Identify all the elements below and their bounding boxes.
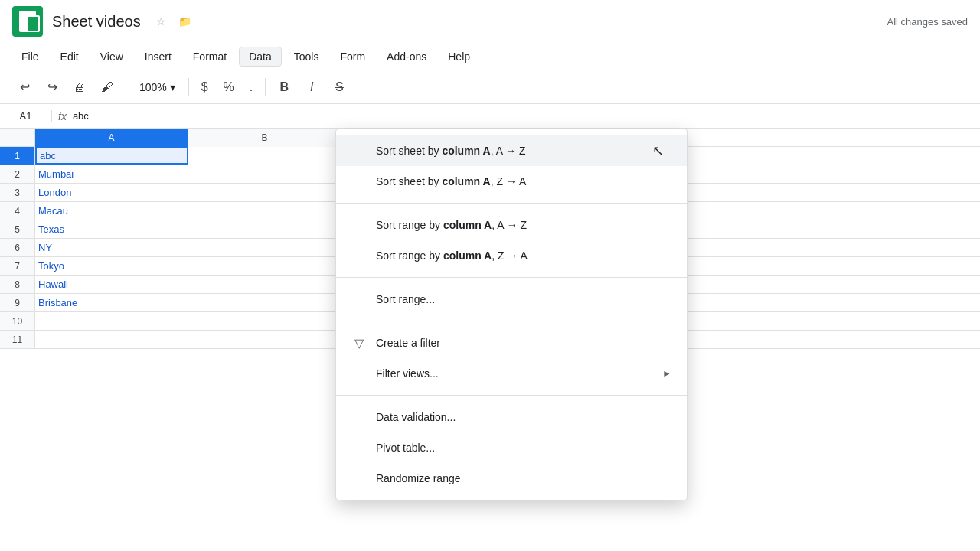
doc-title: Sheet videos (52, 13, 141, 31)
undo-button[interactable]: ↩ (12, 75, 37, 99)
cell-b-6[interactable] (188, 239, 341, 256)
cell-a-9[interactable]: Brisbane (35, 294, 188, 311)
cell-a-1[interactable]: abc (35, 147, 188, 165)
row-number: 11 (0, 331, 35, 348)
formula-value[interactable]: abc (73, 110, 89, 122)
menu-item-sort-range-za[interactable]: Sort range by column A, Z → A (336, 240, 687, 271)
menu-item-label: Sort range by column A, A → Z (376, 219, 671, 231)
toolbar: ↩ ↪ 🖨 🖌 100% ▾ $ % . B I S (0, 70, 980, 104)
menu-item-sort-range-custom[interactable]: Sort range... (336, 284, 687, 315)
decimal-button[interactable]: . (243, 79, 259, 96)
menu-addons[interactable]: Add-ons (377, 47, 436, 66)
menu-format[interactable]: Format (184, 47, 236, 66)
cell-a-10[interactable] (35, 312, 188, 330)
strikethrough-button[interactable]: S (327, 75, 351, 99)
menu-item-label: Filter views... (376, 367, 653, 380)
col-header-a[interactable]: A (35, 129, 188, 147)
row-number: 5 (0, 220, 35, 238)
submenu-arrow-icon: ► (662, 368, 671, 379)
row-number: 3 (0, 184, 35, 201)
cell-a-6[interactable]: NY (35, 239, 188, 256)
menu-item-label: Sort range... (376, 293, 671, 305)
menu-item-create-filter[interactable]: ▽Create a filter (336, 328, 687, 358)
print-button[interactable]: 🖨 (67, 75, 92, 99)
row-number: 8 (0, 276, 35, 293)
cell-b-9[interactable] (188, 294, 341, 311)
cell-b-8[interactable] (188, 276, 341, 293)
menu-item-pivot-table[interactable]: Pivot table... (336, 432, 687, 463)
menu-file[interactable]: File (12, 47, 48, 66)
paint-format-button[interactable]: 🖌 (95, 75, 119, 99)
mouse-cursor-icon: ↖ (652, 142, 664, 159)
star-icon[interactable]: ☆ (156, 15, 166, 28)
cell-b-7[interactable] (188, 257, 341, 275)
title-bar: Sheet videos ☆ 📁 All changes saved (0, 0, 980, 43)
row-num-header (0, 129, 35, 146)
row-number: 4 (0, 202, 35, 220)
cell-b-2[interactable] (188, 165, 341, 183)
cell-b-5[interactable] (188, 220, 341, 238)
menu-item-randomize-range[interactable]: Randomize range (336, 463, 687, 494)
zoom-selector[interactable]: 100% ▾ (132, 79, 182, 96)
menu-divider (336, 277, 687, 278)
menu-insert[interactable]: Insert (136, 47, 181, 66)
folder-icon[interactable]: 📁 (178, 15, 191, 28)
toolbar-separator-3 (265, 78, 266, 96)
menu-view[interactable]: View (91, 47, 132, 66)
filter-icon: ▽ (351, 336, 367, 350)
row-number: 9 (0, 294, 35, 311)
menu-bar: File Edit View Insert Format Data Tools … (0, 43, 980, 70)
cell-reference[interactable]: A1 (6, 110, 52, 122)
row-number: 6 (0, 239, 35, 256)
toolbar-separator-1 (126, 78, 126, 96)
currency-button[interactable]: $ (195, 79, 214, 96)
cell-b-3[interactable] (188, 184, 341, 201)
cell-a-2[interactable]: Mumbai (35, 165, 188, 183)
spreadsheet-area: A B C D E F 1abc2Mumbai3London4Macau5Tex… (0, 129, 980, 551)
menu-item-label: Data validation... (376, 411, 671, 423)
cell-b-4[interactable] (188, 202, 341, 220)
italic-button[interactable]: I (299, 75, 324, 99)
menu-item-filter-views[interactable]: Filter views...► (336, 358, 687, 389)
menu-data[interactable]: Data (239, 47, 282, 67)
menu-divider (336, 203, 687, 204)
cell-b-10[interactable] (188, 312, 341, 330)
data-dropdown-menu: Sort sheet by column A, A → Z↖Sort sheet… (335, 129, 688, 500)
bold-button[interactable]: B (272, 75, 296, 99)
percent-button[interactable]: % (217, 79, 240, 96)
menu-item-sort-range-az[interactable]: Sort range by column A, A → Z (336, 210, 687, 240)
menu-item-sort-sheet-za[interactable]: Sort sheet by column A, Z → A (336, 166, 687, 197)
cell-a-3[interactable]: London (35, 184, 188, 201)
toolbar-separator-2 (188, 78, 189, 96)
menu-item-label: Create a filter (376, 337, 671, 349)
menu-item-label: Sort range by column A, Z → A (376, 249, 671, 262)
menu-item-label: Pivot table... (376, 442, 671, 454)
fx-label: fx (58, 110, 67, 122)
menu-item-data-validation[interactable]: Data validation... (336, 402, 687, 432)
menu-item-label: Sort sheet by column A, A → Z (376, 145, 671, 157)
app-logo (12, 6, 43, 37)
menu-item-label: Sort sheet by column A, Z → A (376, 175, 671, 187)
menu-form[interactable]: Form (331, 47, 374, 66)
cell-b-11[interactable] (188, 331, 341, 348)
menu-item-sort-sheet-az[interactable]: Sort sheet by column A, A → Z↖ (336, 135, 687, 166)
cell-a-4[interactable]: Macau (35, 202, 188, 220)
menu-divider (336, 395, 687, 396)
col-header-b[interactable]: B (188, 129, 341, 147)
row-number: 2 (0, 165, 35, 183)
row-number: 7 (0, 257, 35, 275)
row-number: 10 (0, 312, 35, 330)
formula-bar: A1 fx abc (0, 104, 980, 129)
menu-help[interactable]: Help (439, 47, 479, 66)
cell-a-7[interactable]: Tokyo (35, 257, 188, 275)
row-number: 1 (0, 147, 35, 165)
menu-item-label: Randomize range (376, 472, 671, 484)
cell-a-5[interactable]: Texas (35, 220, 188, 238)
menu-edit[interactable]: Edit (51, 47, 88, 66)
cell-a-11[interactable] (35, 331, 188, 348)
saved-status: All changes saved (887, 16, 968, 28)
menu-tools[interactable]: Tools (285, 47, 328, 66)
cell-a-8[interactable]: Hawaii (35, 276, 188, 293)
redo-button[interactable]: ↪ (40, 75, 64, 99)
cell-b-1[interactable] (188, 147, 341, 165)
